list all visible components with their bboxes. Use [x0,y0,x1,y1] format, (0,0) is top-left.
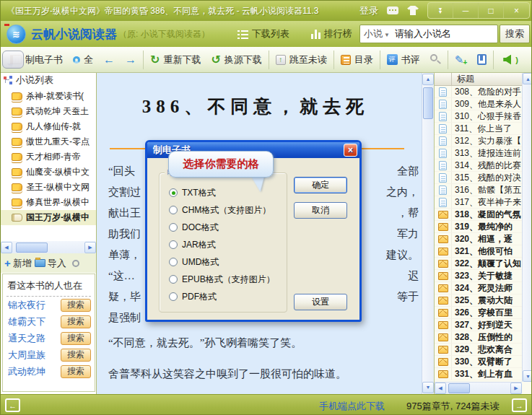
scroll-right-arrow[interactable]: ▶ [84,242,96,253]
format-option[interactable]: CHM格式（支持图片） [169,201,284,219]
scrollbar-thumb[interactable] [16,243,48,253]
search-category-dropdown[interactable]: 小说 [364,27,383,40]
login-button[interactable]: 登录 [359,4,378,17]
redownload-button[interactable]: ↻ 重新下载 [145,51,206,69]
jump-unread-button[interactable]: ↑ 跳至未读 [271,51,332,69]
format-option[interactable]: DOC格式 [169,219,284,236]
chapter-row[interactable]: 327、好到逆天 [435,319,522,331]
search-icon[interactable] [72,260,79,267]
scroll-up-arrow[interactable]: ▲ [523,73,532,84]
reader-vscrollbar[interactable]: ▲ ▼ [422,73,434,394]
search-box[interactable]: 小说 ▼ [359,25,498,43]
radio-button[interactable] [169,240,178,249]
chapter-row[interactable]: 312、实力暴涨【 [435,135,522,147]
chapter-row[interactable]: 311、你上当了 [435,123,522,135]
chapter-row[interactable]: 320、相逼，逐 [435,233,522,245]
related-book-link[interactable]: 大周皇族 [8,349,61,362]
chapter-row[interactable]: 326、穿梭百里 [435,307,522,319]
novel-list-item[interactable]: 傲世九重天-零点 [1,134,96,149]
close-button[interactable]: × [504,3,529,18]
format-option[interactable]: EPUB格式（支持图片） [169,271,284,288]
scroll-right-arrow[interactable]: ▶ [510,383,522,394]
chapter-row[interactable]: 317、夜半神子来 [435,196,522,209]
format-option[interactable]: UMD格式 [169,253,284,271]
chapter-row[interactable]: 308、危险的对手 [435,86,522,98]
scroll-down-arrow[interactable]: ▼ [523,370,532,382]
chapter-row[interactable]: 315、残酷的对决 [435,172,522,184]
search-button[interactable]: 搜索 [500,25,530,43]
maximize-button[interactable]: □ [479,3,504,18]
chapter-row[interactable]: 325、震动大陆 [435,294,522,307]
related-book-link[interactable]: 通天之路 [8,332,61,345]
message-icon[interactable] [387,6,398,14]
collapse-right-panel-icon[interactable]: → [512,398,527,412]
dialog-close-button[interactable]: × [344,144,357,157]
scroll-left-arrow[interactable]: ◀ [1,242,12,253]
mobile-download-link[interactable]: 手机端点此下载 [319,400,385,413]
chapter-row[interactable]: 313、捷报连连前 [435,147,522,160]
chapter-row[interactable]: 330、双臂断了 [435,356,522,368]
chapter-row[interactable]: 321、他很可怕 [435,245,522,258]
radio-button[interactable] [169,206,178,214]
download-list-link[interactable]: 下载列表 [237,27,289,40]
radio-button[interactable] [169,275,178,284]
radio-button[interactable] [169,188,178,197]
bookmark-button[interactable] [472,51,492,68]
novel-list-item[interactable]: 天才相师-青帝 [1,149,96,165]
novel-list-item[interactable]: 武动乾坤 天蚕土 [1,104,96,119]
cancel-button[interactable]: 取消 [294,202,347,219]
ok-button[interactable]: 确定 [294,177,347,193]
toc-button[interactable]: 目录 [336,51,378,69]
chapter-row[interactable]: 319、最纯净的 [435,221,522,233]
scroll-left-arrow[interactable]: ◀ [435,383,446,394]
annotate-button[interactable]: ✎ + [450,51,472,69]
related-book-link[interactable]: 武动乾坤 [8,365,61,378]
chapter-row[interactable]: 310、心狠手辣香 [435,110,522,123]
minimize-button[interactable]: ─ [453,3,479,18]
refresh-all-button[interactable]: 全 [68,51,98,69]
novel-list-hscrollbar[interactable]: ◀ ▶ [1,241,96,253]
skin-icon[interactable] [407,6,419,15]
scroll-up-arrow[interactable]: ▲ [422,74,434,85]
format-option[interactable]: JAR格式 [169,236,284,253]
chapter-list-vscrollbar[interactable]: ▲ ▼ [522,73,532,382]
novel-list-item[interactable]: 国王万岁-纵横中 [1,210,96,225]
scrollbar-thumb[interactable] [448,383,470,393]
novel-list-item[interactable]: 修真世界-纵横中 [1,195,96,210]
back-button[interactable]: ← [98,52,120,68]
chapter-row[interactable]: 329、悲欢离合 [435,344,522,356]
forward-button[interactable]: → [120,52,141,68]
collapse-window-button[interactable]: ▼▼ [428,3,453,18]
chapter-row[interactable]: 316、骷髅【第五 [435,184,522,196]
chapter-row[interactable]: 324、死灵法师 [435,282,522,294]
settings-button[interactable]: 设置 [294,294,347,310]
related-search-button[interactable]: 搜索 [61,299,91,312]
related-book-link[interactable]: 雄霸天下 [8,315,61,328]
collapse-left-panel-icon[interactable]: ← [5,398,20,412]
add-novel-button[interactable]: + 新增 [4,257,32,270]
format-option[interactable]: PDF格式 [169,288,284,305]
novel-list-item[interactable]: 圣王-纵横中文网 [1,180,96,195]
scrollbar-thumb[interactable] [423,87,433,119]
novel-list-item[interactable]: 仙魔变-纵横中文 [1,165,96,180]
import-novel-button[interactable]: 导入 [35,257,66,270]
related-search-button[interactable]: 搜索 [61,349,91,362]
novel-list-item[interactable]: 杀神-就爱读书( [1,89,96,104]
search-input[interactable] [393,28,494,40]
review-button[interactable]: 评 书评 [382,51,425,69]
radio-button[interactable] [169,292,178,301]
related-search-button[interactable]: 搜索 [61,365,91,378]
radio-button[interactable] [169,258,178,266]
related-search-button[interactable]: 搜索 [61,315,91,328]
chapter-row[interactable]: 323、关于敏捷 [435,270,522,282]
chapter-row[interactable]: 328、压倒性的 [435,331,522,344]
scroll-down-arrow[interactable]: ▼ [422,382,434,393]
chapter-row[interactable]: 314、残酷的比赛 [435,160,522,172]
related-book-link[interactable]: 锦衣夜行 [8,299,61,312]
radio-button[interactable] [169,223,178,232]
ranking-link[interactable]: 排行榜 [311,27,352,40]
chevron-down-icon[interactable]: ▼ [384,32,390,38]
chapter-row[interactable]: 322、颠覆了认知 [435,258,522,270]
chapter-row[interactable]: 318、凝固的气氛 [435,209,522,221]
chapter-row[interactable]: 309、他是来杀人 [435,98,522,110]
